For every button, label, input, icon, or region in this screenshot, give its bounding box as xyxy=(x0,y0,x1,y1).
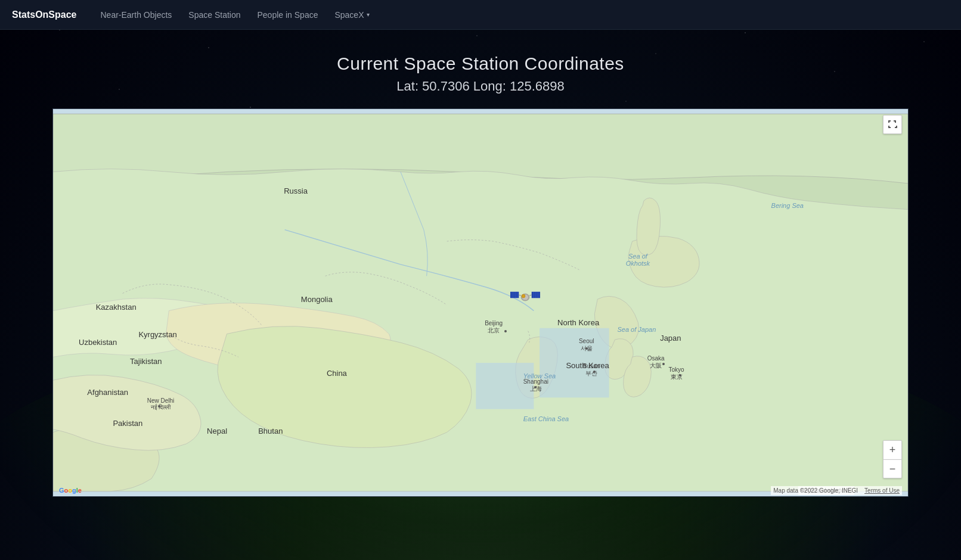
nav-item-near-earth: Near-Earth Objects xyxy=(94,7,178,23)
nav-link-spacex[interactable]: SpaceX ▾ xyxy=(328,7,375,23)
map-zoom-in-button[interactable]: + xyxy=(883,440,902,459)
svg-rect-1 xyxy=(540,328,609,398)
nav-link-near-earth[interactable]: Near-Earth Objects xyxy=(94,7,178,23)
map-fullscreen-button[interactable] xyxy=(883,115,902,134)
fullscreen-icon xyxy=(888,120,897,129)
svg-rect-2 xyxy=(476,363,534,409)
google-logo: Google xyxy=(59,487,82,494)
map-svg xyxy=(53,109,908,496)
nav-links: Near-Earth Objects Space Station People … xyxy=(94,7,375,23)
map-zoom-out-button[interactable]: − xyxy=(883,459,902,478)
terms-of-use-link[interactable]: Terms of Use xyxy=(864,487,900,494)
dropdown-arrow-icon: ▾ xyxy=(367,11,370,18)
brand-logo[interactable]: StatsOnSpace xyxy=(12,10,76,20)
nav-item-space-station: Space Station xyxy=(182,7,246,23)
map-container: Russia Kazakhstan Mongolia China Uzbekis… xyxy=(52,108,909,497)
map-attribution-text: Map data ©2022 Google, INEGI Terms of Us… xyxy=(771,486,902,495)
nav-item-spacex: SpaceX ▾ xyxy=(328,7,375,23)
navbar: StatsOnSpace Near-Earth Objects Space St… xyxy=(0,0,961,30)
main-content: Current Space Station Coordinates Lat: 5… xyxy=(0,30,961,497)
nav-link-people-in-space[interactable]: People in Space xyxy=(251,7,324,23)
svg-line-16 xyxy=(519,295,521,295)
svg-line-17 xyxy=(529,295,532,295)
nav-link-space-station[interactable]: Space Station xyxy=(182,7,246,23)
nav-item-people-in-space: People in Space xyxy=(251,7,324,23)
page-title: Current Space Station Coordinates xyxy=(12,54,949,74)
map-zoom-controls: + − xyxy=(883,440,902,478)
map-inner: Russia Kazakhstan Mongolia China Uzbekis… xyxy=(53,109,908,496)
beijing-dot xyxy=(504,330,507,332)
svg-point-10 xyxy=(522,294,525,298)
coordinates-display: Lat: 50.7306 Long: 125.6898 xyxy=(12,79,949,94)
tokyo-dot xyxy=(679,374,681,377)
satellite-marker xyxy=(510,287,540,308)
